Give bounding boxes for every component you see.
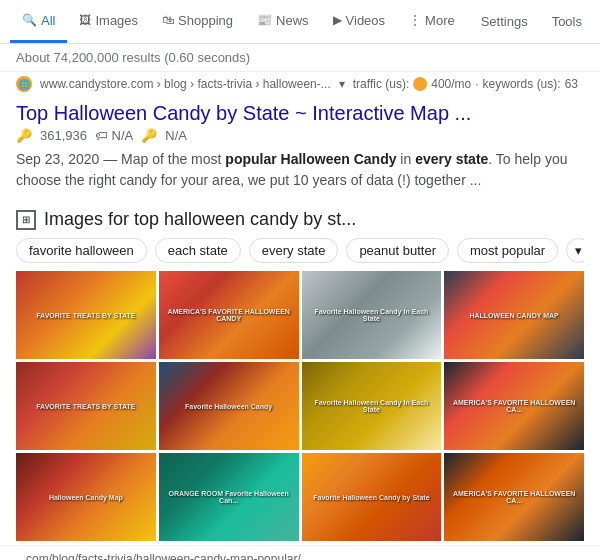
images-icon: 🖼	[79, 13, 91, 27]
chip-every-state[interactable]: every state	[249, 238, 339, 263]
images-header: ⊞ Images for top halloween candy by st..…	[16, 209, 584, 230]
list-item[interactable]: FAVORITE TREATS BY STATE	[16, 271, 156, 359]
images-title[interactable]: Images for top halloween candy by st...	[44, 209, 356, 230]
tab-news-label: News	[276, 13, 309, 28]
list-item[interactable]: AMERICA'S FAVORITE HALLOWEEN CANDY	[159, 271, 299, 359]
image-label: Favorite Halloween Candy In Each State	[308, 308, 434, 322]
tab-images-label: Images	[95, 13, 138, 28]
result-url[interactable]: www.candystore.com › blog › facts-trivia…	[40, 77, 331, 91]
result-title-link[interactable]: Top Halloween Candy by State ~ Interacti…	[16, 102, 471, 124]
chip-each-state[interactable]: each state	[155, 238, 241, 263]
image-label: AMERICA'S FAVORITE HALLOWEEN CA...	[451, 399, 577, 413]
nav-tabs: 🔍 All 🖼 Images 🛍 Shopping 📰 News ▶ Video…	[10, 0, 467, 43]
nav-right-links: Settings Tools	[473, 14, 590, 29]
tools-link[interactable]: Tools	[544, 14, 590, 29]
tab-all[interactable]: 🔍 All	[10, 0, 67, 43]
list-item[interactable]: AMERICA'S FAVORITE HALLOWEEN CA...	[444, 453, 584, 541]
settings-link[interactable]: Settings	[473, 14, 536, 29]
news-icon: 📰	[257, 13, 272, 27]
chip-most-popular[interactable]: most popular	[457, 238, 558, 263]
traffic-label: traffic (us): 400/mo · keywords (us): 63	[353, 77, 578, 91]
more-dots-icon: ⋮	[409, 13, 421, 27]
keywords-label: keywords (us):	[483, 77, 561, 91]
tab-videos[interactable]: ▶ Videos	[321, 0, 398, 43]
image-label: Favorite Halloween Candy by State	[308, 494, 434, 501]
traffic-text: traffic (us):	[353, 77, 409, 91]
list-item[interactable]: Favorite Halloween Candy	[159, 362, 299, 450]
globe-icon: 🌐	[16, 76, 32, 92]
traffic-value: 400/mo	[431, 77, 471, 91]
list-item[interactable]: AMERICA'S FAVORITE HALLOWEEN CA...	[444, 362, 584, 450]
result-snippet: Sep 23, 2020 — Map of the most popular H…	[16, 149, 584, 191]
image-label: Favorite Halloween Candy	[166, 403, 292, 410]
traffic-badge-icon	[413, 77, 427, 91]
image-label: AMERICA'S FAVORITE HALLOWEEN CA...	[451, 490, 577, 504]
keywords-value: 63	[565, 77, 578, 91]
tab-shopping[interactable]: 🛍 Shopping	[150, 0, 245, 43]
shopping-icon: 🛍	[162, 13, 174, 27]
tab-news[interactable]: 📰 News	[245, 0, 321, 43]
image-label: AMERICA'S FAVORITE HALLOWEEN CANDY	[166, 308, 292, 322]
bullet-sep: ·	[475, 77, 478, 91]
tab-more-label: More	[425, 13, 455, 28]
image-label: Halloween Candy Map	[23, 494, 149, 501]
search-icon: 🔍	[22, 13, 37, 27]
list-item[interactable]: Favorite Halloween Candy In Each State	[302, 271, 442, 359]
list-item[interactable]: Halloween Candy Map	[16, 453, 156, 541]
search-result: Top Halloween Candy by State ~ Interacti…	[0, 96, 600, 199]
chip-favorite-halloween[interactable]: favorite halloween	[16, 238, 147, 263]
seo-bar: 🌐 www.candystore.com › blog › facts-triv…	[0, 71, 600, 96]
url-dropdown-icon[interactable]: ▾	[339, 77, 345, 91]
result-meta: 🔑 361,936 🏷 N/A 🔑 N/A	[16, 126, 584, 145]
tab-shopping-label: Shopping	[178, 13, 233, 28]
chips-more-button[interactable]: ▾	[566, 238, 584, 263]
meta-na-1: 🏷 N/A	[95, 128, 133, 143]
meta-value-1: 361,936	[40, 128, 87, 143]
result-stats: About 74,200,000 results (0.60 seconds)	[0, 44, 600, 71]
filter-chips: favorite halloween each state every stat…	[16, 238, 584, 263]
image-row-2: FAVORITE TREATS BY STATE Favorite Hallow…	[16, 362, 584, 450]
tab-more[interactable]: ⋮ More	[397, 0, 467, 43]
videos-icon: ▶	[333, 13, 342, 27]
bottom-url: ...com/blog/facts-trivia/halloween-candy…	[0, 545, 600, 560]
tab-all-label: All	[41, 13, 55, 28]
images-section: ⊞ Images for top halloween candy by st..…	[0, 199, 600, 545]
list-item[interactable]: Favorite Halloween Candy In Each State	[302, 362, 442, 450]
key-icon-1: 🔑	[16, 128, 32, 143]
image-label: FAVORITE TREATS BY STATE	[23, 403, 149, 410]
key-icon-2: 🔑	[141, 128, 157, 143]
image-label: Favorite Halloween Candy In Each State	[308, 399, 434, 413]
image-row-3: Halloween Candy Map ORANGE ROOM Favorite…	[16, 453, 584, 541]
image-row-1: FAVORITE TREATS BY STATE AMERICA'S FAVOR…	[16, 271, 584, 359]
list-item[interactable]: Favorite Halloween Candy by State	[302, 453, 442, 541]
list-item[interactable]: FAVORITE TREATS BY STATE	[16, 362, 156, 450]
image-label: FAVORITE TREATS BY STATE	[23, 312, 149, 319]
images-grid-icon: ⊞	[16, 210, 36, 230]
image-label: HALLOWEEN CANDY MAP	[451, 312, 577, 319]
image-label: ORANGE ROOM Favorite Halloween Can...	[166, 490, 292, 504]
chip-peanut-butter[interactable]: peanut butter	[346, 238, 449, 263]
top-navigation: 🔍 All 🖼 Images 🛍 Shopping 📰 News ▶ Video…	[0, 0, 600, 44]
list-item[interactable]: ORANGE ROOM Favorite Halloween Can...	[159, 453, 299, 541]
tab-videos-label: Videos	[346, 13, 386, 28]
list-item[interactable]: HALLOWEEN CANDY MAP	[444, 271, 584, 359]
tab-images[interactable]: 🖼 Images	[67, 0, 150, 43]
meta-na-2: N/A	[165, 128, 187, 143]
